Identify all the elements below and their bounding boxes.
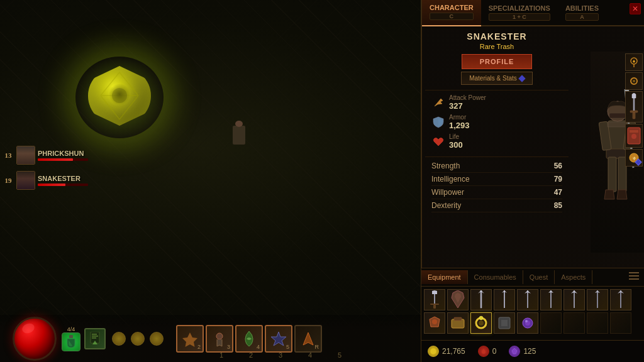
- attr-will-value: 47: [554, 188, 562, 197]
- hotkey-label-3: 3: [267, 351, 294, 359]
- hotkey-label-5: 5: [326, 351, 353, 359]
- player-level-2: 19: [3, 177, 14, 184]
- svg-point-56: [432, 319, 437, 324]
- svg-line-1: [119, 72, 138, 96]
- health-globe: [13, 317, 57, 361]
- inv-slot-2-4[interactable]: [494, 312, 515, 334]
- svg-rect-6: [69, 335, 73, 338]
- attr-row-willpower: Willpower 47: [431, 186, 562, 199]
- inv-slot-1-3[interactable]: [470, 289, 492, 310]
- quest-icon[interactable]: [84, 328, 106, 349]
- tab-specializations[interactable]: SPECIALIZATIONS 1 + C: [481, 0, 558, 26]
- svg-rect-10: [92, 337, 96, 339]
- equipment-menu-icon[interactable]: [624, 268, 644, 287]
- attr-intel-label: Intelligence: [431, 175, 470, 184]
- inv-slot-1-8[interactable]: [587, 289, 608, 310]
- tab-spec-label: SPECIALIZATIONS: [489, 4, 550, 12]
- inv-slot-2-6[interactable]: [540, 312, 562, 334]
- stat-row-attack: Attack Power 327: [431, 94, 562, 111]
- skill-bar: 2 3 4 5 R: [176, 325, 322, 353]
- quest-area[interactable]: [84, 328, 106, 349]
- inv-slot-2-9[interactable]: [610, 312, 631, 334]
- equip-tab-equipment[interactable]: Equipment: [421, 270, 468, 284]
- skill-slot-2[interactable]: 3: [206, 325, 233, 353]
- attr-strength-label: Strength: [431, 162, 460, 170]
- player-avatar-1: [16, 146, 35, 165]
- equip-tab-quest[interactable]: Quest: [523, 270, 555, 284]
- attr-will-label: Willpower: [431, 188, 464, 197]
- char-title: Rare Trash: [480, 43, 514, 50]
- gold-value: 21,765: [442, 347, 465, 356]
- svg-line-0: [101, 72, 119, 96]
- skill-slot-r[interactable]: R: [294, 325, 322, 353]
- equip-slots-right: ⚜: [625, 53, 644, 167]
- equip-slot-item5[interactable]: ⚜: [625, 149, 643, 167]
- inv-slot-2-2[interactable]: [447, 312, 469, 334]
- char-info-section: SNAKESTER Rare Trash PROFILE Materials &…: [425, 26, 569, 90]
- svg-rect-52: [597, 290, 598, 308]
- equip-tab-consumables[interactable]: Consumables: [468, 270, 523, 284]
- equip-tab-equipment-label: Equipment: [428, 273, 461, 281]
- tab-character[interactable]: CHARACTER C: [422, 0, 481, 26]
- player-character-world: [233, 126, 245, 145]
- svg-rect-50: [574, 290, 575, 308]
- hotkey-label-1: 1: [208, 351, 235, 359]
- svg-line-2: [101, 96, 119, 119]
- inv-slot-2-3-ring[interactable]: [470, 312, 492, 334]
- profile-button[interactable]: PROFILE: [462, 54, 533, 69]
- svg-point-66: [430, 348, 436, 354]
- essence-value: 125: [523, 347, 536, 356]
- svg-rect-42: [480, 290, 482, 308]
- tab-abilities[interactable]: ABILITIES A: [558, 0, 606, 26]
- inv-slot-2-5[interactable]: [517, 312, 538, 334]
- inv-slot-1-1[interactable]: [424, 289, 445, 310]
- svg-rect-23: [608, 122, 627, 127]
- svg-rect-21: [609, 113, 626, 118]
- inv-slot-1-2[interactable]: [447, 289, 469, 310]
- svg-rect-36: [629, 272, 639, 273]
- equip-tab-aspects-label: Aspects: [561, 273, 586, 281]
- inv-slot-1-6[interactable]: [540, 289, 562, 310]
- gold-icon: [428, 346, 439, 357]
- equip-slot-ring1[interactable]: [625, 72, 643, 90]
- svg-rect-44: [504, 290, 505, 308]
- svg-point-65: [525, 320, 528, 322]
- inv-slot-2-1[interactable]: [424, 312, 445, 334]
- skill-slot-1[interactable]: 2: [176, 325, 204, 353]
- potion-area[interactable]: 4/4: [62, 326, 80, 351]
- inv-slot-1-9[interactable]: [610, 289, 631, 310]
- equip-slot-amulet[interactable]: [625, 53, 643, 71]
- svg-line-3: [119, 96, 138, 119]
- svg-rect-16: [608, 157, 616, 192]
- svg-rect-58: [454, 317, 462, 321]
- svg-rect-46: [527, 290, 528, 308]
- health-orb-3: [150, 332, 164, 346]
- close-button[interactable]: ✕: [630, 3, 641, 14]
- health-orb-2: [131, 332, 145, 346]
- tab-character-label: CHARACTER: [430, 4, 474, 11]
- materials-diamond-icon: [518, 75, 525, 82]
- stat-info-armor: Armor 1,293: [449, 114, 562, 130]
- skill-slot-4[interactable]: 5: [265, 325, 292, 353]
- svg-point-33: [631, 134, 636, 139]
- materials-button[interactable]: Materials & Stats: [461, 72, 533, 85]
- inventory-row-2: [424, 312, 641, 334]
- stat-info-attack: Attack Power 327: [449, 94, 562, 111]
- potion-icon[interactable]: [62, 332, 80, 351]
- inv-slot-1-5[interactable]: [517, 289, 538, 310]
- svg-rect-54: [620, 290, 621, 308]
- equip-slot-offhand[interactable]: [625, 124, 643, 148]
- inv-slot-2-7[interactable]: [564, 312, 585, 334]
- inv-slot-1-4[interactable]: [494, 289, 515, 310]
- inv-slot-1-7[interactable]: [564, 289, 585, 310]
- essence-icon: [509, 346, 520, 357]
- equip-tab-aspects[interactable]: Aspects: [555, 270, 592, 284]
- player-health-bar-2: [38, 184, 88, 186]
- attr-dex-label: Dexterity: [431, 201, 461, 210]
- equip-slot-weapon[interactable]: [625, 91, 643, 123]
- skill-slot-3[interactable]: 4: [235, 325, 263, 353]
- tab-character-key: C: [430, 13, 474, 20]
- life-value: 300: [449, 140, 562, 150]
- tab-bar: CHARACTER C SPECIALIZATIONS 1 + C ABILIT…: [422, 0, 644, 26]
- inv-slot-2-8[interactable]: [587, 312, 608, 334]
